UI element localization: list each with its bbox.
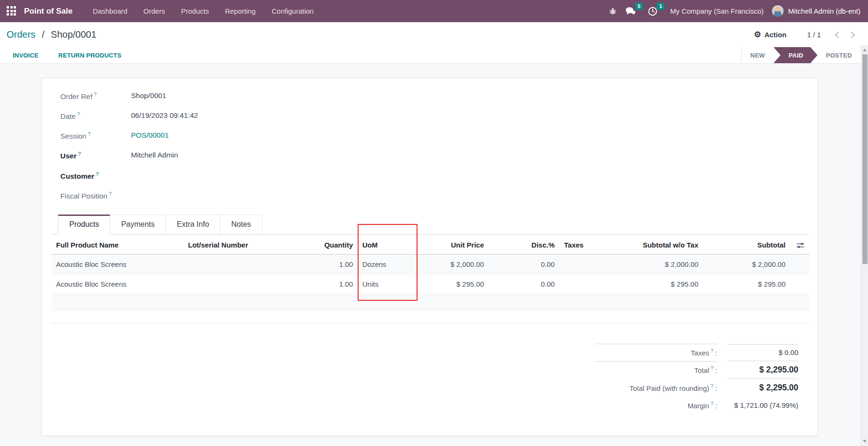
clock-icon (648, 7, 657, 16)
cell-unit-price: $ 2,000.00 (418, 255, 489, 274)
fiscal-position-value (131, 191, 362, 200)
cell-disc: 0.00 (489, 255, 559, 274)
action-label: Action (764, 31, 786, 39)
table-footer-spacer (51, 310, 809, 323)
company-switcher[interactable]: My Company (San Francisco) (670, 7, 763, 15)
order-ref-label: Order Ref? (60, 91, 131, 101)
scrollbar[interactable] (861, 45, 868, 446)
margin-value: $ 1,721.00 (74.99%) (728, 397, 798, 413)
breadcrumb-orders-link[interactable]: Orders (7, 29, 35, 40)
col-subtotal-wo-tax[interactable]: Subtotal w/o Tax (628, 235, 703, 255)
user-menu[interactable]: Mitchell Admin (db-ent) (788, 7, 860, 15)
col-unit-price[interactable]: Unit Price (418, 235, 489, 255)
session-label: Session? (60, 131, 131, 140)
margin-label: Margin?: (596, 397, 717, 413)
messages-button[interactable]: 5 (621, 4, 640, 18)
user-avatar[interactable] (771, 5, 784, 17)
state-posted[interactable]: POSTED (818, 47, 860, 63)
help-icon: ? (109, 191, 112, 197)
sliders-icon (796, 242, 804, 249)
scrollbar-thumb[interactable] (862, 54, 868, 264)
col-lot-serial-number[interactable]: Lot/serial Number (183, 235, 303, 255)
scroll-down-arrow[interactable] (863, 440, 867, 443)
col-full-product-name[interactable]: Full Product Name (51, 235, 183, 255)
totals-row-margin: Margin?: $ 1,721.00 (74.99%) (596, 396, 798, 414)
tab-extra-info[interactable]: Extra Info (165, 215, 220, 234)
menu-item-dashboard[interactable]: Dashboard (85, 0, 135, 22)
total-paid-value: $ 2,295.00 (728, 379, 798, 396)
menu-item-configuration[interactable]: Configuration (263, 0, 321, 22)
total-value: $ 2,295.00 (728, 361, 798, 379)
statusbar: NEW PAID POSTED (741, 47, 860, 63)
tab-payments[interactable]: Payments (110, 215, 166, 234)
table-row-empty (51, 294, 809, 310)
breadcrumb-separator: / (42, 29, 45, 40)
cell-subtotal: $ 295.00 (703, 274, 790, 294)
pager-previous-button[interactable] (831, 28, 844, 41)
messages-count-badge: 5 (635, 3, 643, 10)
help-icon: ? (711, 383, 713, 389)
control-panel-right: ⚙ Action 1 / 1 (754, 28, 861, 41)
debug-bug-icon[interactable] (605, 4, 621, 18)
topbar-right: 5 1 My Company (San Francisco) Mitchell … (605, 4, 860, 19)
customer-value (131, 171, 362, 181)
activities-button[interactable]: 1 (644, 4, 662, 19)
table-row[interactable]: Acoustic Bloc Screens 1.00 Dozens $ 2,00… (51, 255, 809, 274)
optional-columns-button[interactable] (790, 235, 809, 255)
order-fields: Order Ref? Shop/0001 Date? 06/19/2023 09… (60, 91, 362, 200)
menu-item-orders[interactable]: Orders (135, 0, 173, 22)
state-paid-active[interactable]: PAID (773, 47, 817, 63)
invoice-button[interactable]: INVOICE (13, 47, 39, 63)
help-icon: ? (77, 111, 80, 117)
cell-quantity: 1.00 (303, 274, 358, 294)
products-table: Full Product Name Lot/serial Number Quan… (51, 235, 809, 324)
bug-icon (609, 7, 617, 15)
apps-grid-icon[interactable] (7, 6, 16, 16)
pager-count: 1 / 1 (807, 31, 821, 39)
table-row[interactable]: Acoustic Bloc Screens 1.00 Units $ 295.0… (51, 274, 809, 294)
user-label: User? (60, 151, 131, 160)
control-panel: Orders / Shop/0001 ⚙ Action 1 / 1 (0, 22, 868, 47)
col-quantity[interactable]: Quantity (303, 235, 358, 255)
help-icon: ? (88, 131, 90, 137)
breadcrumb: Orders / Shop/0001 (7, 29, 97, 40)
cell-lot-serial (183, 274, 303, 294)
scroll-up-arrow[interactable] (863, 49, 867, 51)
help-icon: ? (78, 151, 81, 157)
cell-uom: Units (358, 274, 418, 294)
breadcrumb-current: Shop/0001 (51, 29, 97, 40)
chat-bubbles-icon (625, 7, 636, 16)
app-name[interactable]: Point of Sale (24, 7, 73, 16)
menu-item-reporting[interactable]: Reporting (217, 0, 263, 22)
state-new[interactable]: NEW (742, 47, 773, 63)
totals-row-taxes: Taxes?: $ 0.00 (596, 343, 798, 361)
col-taxes[interactable]: Taxes (559, 235, 628, 255)
cell-taxes (559, 274, 628, 294)
order-form-sheet: Order Ref? Shop/0001 Date? 06/19/2023 09… (41, 78, 818, 436)
taxes-total-value: $ 0.00 (728, 344, 798, 360)
action-button[interactable]: ⚙ Action (754, 31, 786, 39)
top-menu: Dashboard Orders Products Reporting Conf… (85, 0, 322, 22)
session-link[interactable]: POS/00001 (131, 131, 362, 140)
form-statusbar: INVOICE RETURN PRODUCTS NEW PAID POSTED (0, 47, 868, 64)
totals-row-total-paid: Total Paid (with rounding)?: $ 2,295.00 (596, 379, 798, 396)
col-disc-percent[interactable]: Disc.% (489, 235, 559, 255)
user-value: Mitchell Admin (131, 151, 362, 160)
col-subtotal[interactable]: Subtotal (703, 235, 790, 255)
top-navbar: Point of Sale Dashboard Orders Products … (0, 0, 868, 22)
total-label: Total?: (596, 361, 717, 378)
pager-next-button[interactable] (844, 28, 858, 41)
menu-item-products[interactable]: Products (173, 0, 217, 22)
order-ref-value: Shop/0001 (131, 91, 362, 101)
cell-subtotal: $ 2,000.00 (703, 255, 790, 274)
tab-notes[interactable]: Notes (220, 215, 262, 234)
return-products-button[interactable]: RETURN PRODUCTS (58, 47, 122, 63)
cell-quantity: 1.00 (303, 255, 358, 274)
activities-count-badge: 1 (657, 3, 664, 10)
cell-taxes (559, 255, 628, 274)
tab-products[interactable]: Products (58, 215, 110, 235)
total-paid-label: Total Paid (with rounding)?: (596, 380, 717, 396)
order-totals: Taxes?: $ 0.00 Total?: $ 2,295.00 Total … (596, 343, 798, 414)
col-uom[interactable]: UoM (358, 235, 418, 255)
cell-product-name: Acoustic Bloc Screens (51, 255, 183, 274)
